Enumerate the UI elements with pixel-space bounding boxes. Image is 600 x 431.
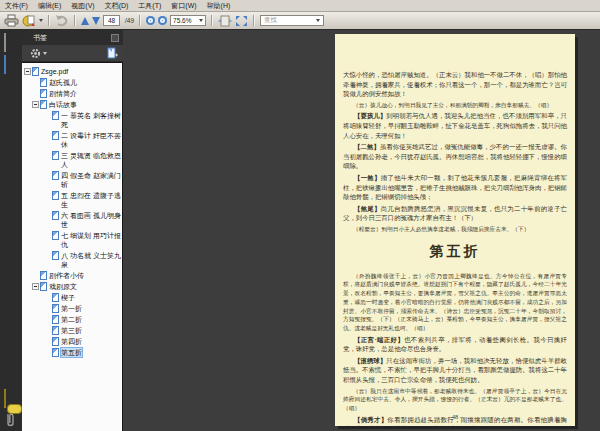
bookmark-item[interactable]: 赵氏孤儿: [23, 77, 121, 88]
page-count-label: /49: [125, 17, 134, 24]
menu-item-0[interactable]: 文件(F): [0, 1, 33, 11]
bookmark-label: 七 细谋划 用巧计报仇: [61, 231, 121, 249]
bookmark-item[interactable]: Zsge.pdf: [23, 66, 121, 77]
bookmark-item[interactable]: 五 忠烈在 遗腹子逃生: [23, 190, 121, 210]
menu-item-6[interactable]: 帮助(H): [202, 1, 236, 11]
bookmark-label: 剧情简介: [49, 89, 77, 98]
arrow-down-icon: [92, 17, 100, 25]
expander-spacer: [44, 231, 52, 232]
pages-panel-button[interactable]: [4, 34, 6, 52]
expander-spacer: [44, 191, 52, 192]
undo-icon: [55, 14, 69, 27]
zoom-level-input[interactable]: 75.6%: [170, 15, 206, 26]
tune-name: 【滚绣球】: [354, 357, 386, 364]
expander-spacer: [44, 315, 52, 316]
menu-item-1[interactable]: 编辑(E): [33, 1, 66, 11]
bookmark-page-icon: [52, 326, 59, 335]
paragraph: 【煞尾】尚兀自勃腾腾怒怎消，黑沉沉恨未复，也只为二十年前的逆子亡父，到今日三百口…: [343, 204, 567, 223]
bookmark-label: 六 看图画 孤儿明身世: [61, 211, 121, 229]
bookmark-page-icon: [52, 211, 59, 220]
tune-name: 【正宫·端正好】: [354, 336, 404, 343]
tune-name: 【一煞】: [354, 174, 381, 181]
main-area: 书签: [0, 30, 600, 431]
expander-spacer: [44, 348, 52, 349]
bookmark-item[interactable]: 八 功名就 义士笑九泉: [23, 250, 121, 270]
expander-spacer: [44, 304, 52, 305]
bookmark-item[interactable]: 剧情简介: [23, 88, 121, 99]
bookmarks-panel-toolbar: [22, 45, 123, 62]
zoom-out-button[interactable]: [146, 14, 155, 28]
bookmark-item[interactable]: 四 假圣命 赵家满门斩: [23, 170, 121, 190]
toolbar: 48 /49 75.6%: [0, 12, 600, 30]
menu-item-4[interactable]: 工具(T): [133, 1, 166, 11]
bookmark-item[interactable]: 六 看图画 孤儿明身世: [23, 210, 121, 230]
zoom-in-button[interactable]: [158, 14, 167, 28]
paragraph: 【二煞】虽看你使英雄武艺过，做冤仇能做毒，少不的一还一报无虚谬。你当初屠戮公孙老…: [343, 142, 567, 171]
bookmark-label: 第三折: [61, 326, 82, 335]
bookmark-item[interactable]: 第四折: [23, 336, 121, 347]
next-page-button[interactable]: [92, 14, 100, 28]
fullscreen-button[interactable]: [235, 14, 248, 28]
panel-menu-button[interactable]: [111, 34, 119, 42]
toolbar-separator: [139, 15, 141, 26]
bookmark-item[interactable]: 第五折: [23, 347, 121, 358]
bookmark-label: 四 假圣命 赵家满门斩: [61, 171, 121, 189]
bookmark-label: 第五折: [61, 348, 82, 357]
new-bookmark-button[interactable]: [107, 46, 118, 60]
comments-icon: [4, 389, 6, 408]
print-button[interactable]: [4, 14, 19, 28]
export-caret-icon: [39, 19, 43, 22]
bookmark-page-icon: [32, 67, 39, 76]
export-button[interactable]: [22, 14, 43, 28]
bookmark-label: 第一折: [61, 304, 82, 313]
bookmark-label: 赵氏孤儿: [49, 78, 77, 87]
bookmark-item[interactable]: 三 灵辄贤 临危救恩人: [23, 150, 121, 170]
collapse-expander-icon[interactable]: [32, 283, 39, 290]
bookmark-item[interactable]: 七 细谋划 用巧计报仇: [23, 230, 121, 250]
bookmark-page-icon: [40, 282, 47, 291]
bookmark-page-icon: [52, 191, 59, 200]
expander-spacer: [44, 171, 52, 172]
menu-item-2[interactable]: 视图(V): [66, 1, 99, 11]
bookmark-item[interactable]: 第一折: [23, 303, 121, 314]
attachments-panel-button[interactable]: [4, 412, 16, 431]
bookmark-page-icon: [52, 131, 59, 140]
bookmark-options-button[interactable]: [30, 46, 47, 60]
new-bookmark-icon: [107, 47, 118, 59]
page-number-input[interactable]: 48: [103, 15, 120, 26]
menu-item-5[interactable]: 窗口(W): [166, 1, 201, 11]
expander-spacer: [44, 293, 52, 294]
toolbar-separator: [253, 15, 255, 26]
export-icon: [22, 14, 37, 27]
document-view[interactable]: 大惊小怪的，恐怕屠岸贼知道。（正末云）我和他一不做二不休，（唱）那怕他牵着神獒，…: [123, 30, 600, 431]
paragraph: （云）孩儿放心，到明日我见了主公，和那满朝的卿相，亲自拿那贼去。（唱）: [343, 101, 567, 110]
bookmark-page-icon: [40, 100, 47, 109]
bookmark-item[interactable]: 第三折: [23, 325, 121, 336]
comments-panel-button[interactable]: [4, 390, 22, 414]
bookmark-item[interactable]: 楔子: [23, 292, 121, 303]
bookmark-item[interactable]: 二 设毒计 奸臣不罢休: [23, 130, 121, 150]
expander-spacer: [32, 271, 40, 272]
bookmark-item[interactable]: 一 慕英名 刺客撞树死: [23, 110, 121, 130]
bookmark-item[interactable]: 剧作者小传: [23, 270, 121, 281]
find-placeholder: 查找: [264, 16, 277, 25]
page-number-footer: - 48 -: [335, 413, 575, 420]
collapse-expander-icon[interactable]: [24, 68, 31, 75]
navigation-icon-strip: [0, 30, 22, 431]
previous-page-button[interactable]: [81, 14, 89, 28]
bookmark-item[interactable]: 白话故事: [23, 99, 121, 110]
find-input[interactable]: 查找: [260, 15, 324, 26]
paragraph: （云）我只在这闹市中等候着，那老贼敢待来也。（屠岸贾领卒子上，云）今日在元帅府回…: [343, 387, 567, 413]
bookmark-item[interactable]: 戏剧原文: [23, 281, 121, 292]
bookmark-item[interactable]: 第二折: [23, 314, 121, 325]
bookmark-page-icon: [52, 251, 59, 260]
fit-width-button[interactable]: [218, 14, 232, 28]
paragraph: 【耍孩儿】到明朝若与仇人遇，我迎头儿把他当住，也不须别用军和卒，只将咱猿臂轻舒，…: [343, 111, 567, 140]
collapse-expander-icon[interactable]: [32, 101, 39, 108]
pdf-reader-window: 文件(F)编辑(E)视图(V)文档(D)工具(T)窗口(W)帮助(H): [0, 0, 600, 431]
bookmarks-panel-button[interactable]: [4, 56, 6, 74]
bookmark-page-icon: [52, 151, 59, 160]
menu-item-3[interactable]: 文档(D): [100, 1, 134, 11]
find-caret-icon: [316, 19, 320, 22]
bookmark-label: 第二折: [61, 315, 82, 324]
